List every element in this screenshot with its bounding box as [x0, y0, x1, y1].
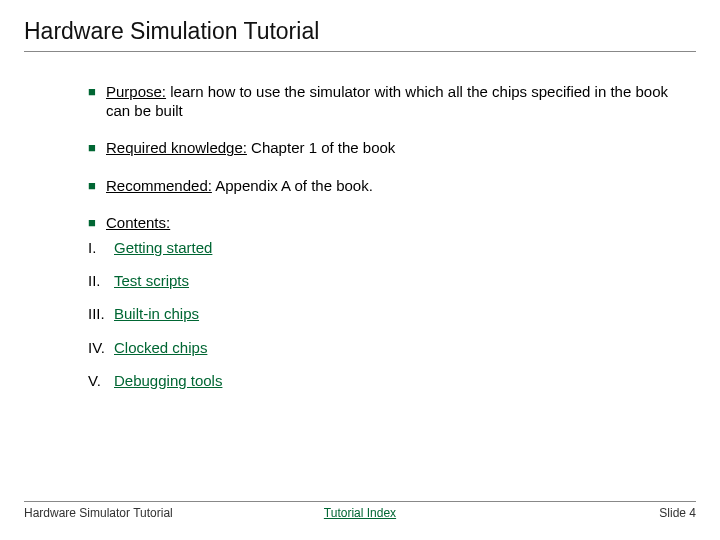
- link-getting-started[interactable]: Getting started: [114, 238, 212, 257]
- bullet-recommended: ■ Recommended: Appendix A of the book.: [88, 176, 690, 195]
- square-bullet-icon: ■: [88, 215, 106, 232]
- bullet-lead: Purpose:: [106, 83, 166, 100]
- link-tutorial-index[interactable]: Tutorial Index: [324, 506, 396, 520]
- roman-numeral: II.: [88, 271, 114, 290]
- square-bullet-icon: ■: [88, 178, 106, 195]
- link-test-scripts[interactable]: Test scripts: [114, 271, 189, 290]
- contents-item: I. Getting started: [88, 238, 690, 257]
- bullet-required: ■ Required knowledge: Chapter 1 of the b…: [88, 138, 690, 157]
- title-area: Hardware Simulation Tutorial: [0, 0, 720, 49]
- roman-numeral: IV.: [88, 338, 114, 357]
- footer: Hardware Simulator Tutorial Tutorial Ind…: [24, 501, 696, 520]
- footer-divider: [24, 501, 696, 502]
- contents-list: I. Getting started II. Test scripts III.…: [88, 238, 690, 390]
- slide-body: ■ Purpose: learn how to use the simulato…: [0, 52, 720, 390]
- square-bullet-icon: ■: [88, 140, 106, 157]
- footer-row: Hardware Simulator Tutorial Tutorial Ind…: [24, 506, 696, 520]
- link-debugging-tools[interactable]: Debugging tools: [114, 371, 222, 390]
- square-bullet-icon: ■: [88, 84, 106, 101]
- contents-item: II. Test scripts: [88, 271, 690, 290]
- footer-left: Hardware Simulator Tutorial: [24, 506, 248, 520]
- link-built-in-chips[interactable]: Built-in chips: [114, 304, 199, 323]
- bullet-text: Appendix A of the book.: [212, 177, 373, 194]
- roman-numeral: V.: [88, 371, 114, 390]
- contents-item: IV. Clocked chips: [88, 338, 690, 357]
- link-clocked-chips[interactable]: Clocked chips: [114, 338, 207, 357]
- bullet-lead: Recommended:: [106, 177, 212, 194]
- bullet-lead: Required knowledge:: [106, 139, 247, 156]
- roman-numeral: III.: [88, 304, 114, 323]
- bullet-text: Chapter 1 of the book: [247, 139, 395, 156]
- slide: Hardware Simulation Tutorial ■ Purpose: …: [0, 0, 720, 540]
- contents-item: V. Debugging tools: [88, 371, 690, 390]
- contents-item: III. Built-in chips: [88, 304, 690, 323]
- bullet-contents: ■ Contents:: [88, 213, 690, 232]
- bullet-lead: Contents:: [106, 214, 170, 231]
- roman-numeral: I.: [88, 238, 114, 257]
- footer-center: Tutorial Index: [248, 506, 472, 520]
- bullet-text: learn how to use the simulator with whic…: [106, 83, 668, 119]
- footer-right: Slide 4: [472, 506, 696, 520]
- page-title: Hardware Simulation Tutorial: [24, 18, 696, 45]
- bullet-purpose: ■ Purpose: learn how to use the simulato…: [88, 82, 690, 120]
